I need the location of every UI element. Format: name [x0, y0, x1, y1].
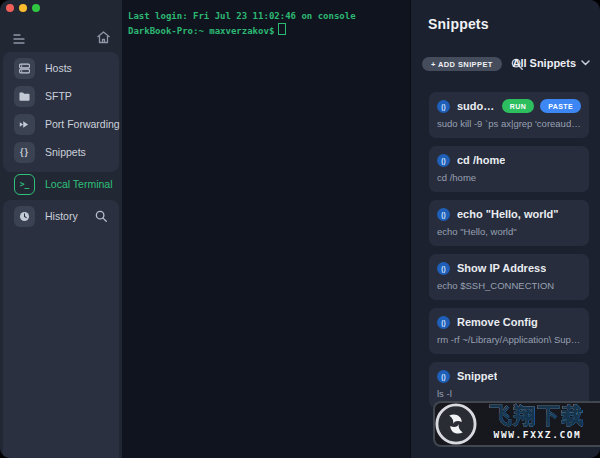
sidebar-item-sftp[interactable]: SFTP: [3, 82, 119, 110]
sidebar-group-history: History: [3, 200, 119, 458]
terminal-pane[interactable]: Last login: Fri Jul 23 11:02:46 on conso…: [122, 0, 410, 458]
snippets-filter-dropdown[interactable]: All Snippets: [512, 57, 590, 69]
close-button[interactable]: [6, 4, 14, 12]
snippet-card-header: ()Show IP Address: [437, 261, 581, 275]
snippet-command: ls -l: [437, 388, 581, 399]
window-controls: [6, 4, 40, 12]
sidebar-item-port-forwarding[interactable]: Port Forwarding: [3, 110, 119, 138]
snippet-icon: (): [437, 100, 450, 113]
snippet-command: echo $SSH_CONNECTION: [437, 280, 581, 291]
sidebar-selected-region: >_Local Terminal: [3, 170, 119, 198]
snippet-actions: RUNPASTE: [502, 99, 581, 113]
minimize-button[interactable]: [19, 4, 27, 12]
hosts-icon: [14, 58, 35, 79]
terminal-prompt-line: DarkBook-Pro:~ maxverzakov$: [128, 23, 410, 38]
sidebar-header: [0, 29, 122, 47]
sidebar-item-history[interactable]: History: [3, 202, 119, 230]
braces-icon: {}: [14, 142, 35, 163]
search-icon[interactable]: [94, 209, 108, 223]
home-icon[interactable]: [95, 29, 112, 46]
watermark-url: WWW.FXXZ.COM: [477, 429, 598, 441]
sidebar-item-label: Port Forwarding: [45, 118, 120, 130]
watermark: 飞翔下载 WWW.FXXZ.COM: [433, 401, 600, 447]
snippets-panel: Snippets + ADD SNIPPET All Snippets ()su…: [410, 0, 600, 458]
history-icon: [14, 206, 35, 227]
sidebar-item-label: Snippets: [45, 146, 86, 158]
snippet-card-header: ()cd /home: [437, 153, 581, 167]
terminal-cursor: [278, 23, 286, 35]
snippet-card[interactable]: ()cd /homecd /home: [429, 146, 589, 192]
panel-title: Snippets: [428, 16, 489, 32]
snippet-command: sudo kill -9 `ps ax|grep 'coreaudio[a-z.…: [437, 118, 581, 129]
snippet-card-header: ()Remove Config: [437, 315, 581, 329]
snippet-icon: (): [437, 370, 450, 383]
run-button[interactable]: RUN: [502, 99, 534, 113]
filter-label: All Snippets: [512, 57, 576, 69]
snippet-card-header: ()Snippet: [437, 369, 581, 383]
sidebar-item-hosts[interactable]: Hosts: [3, 54, 119, 82]
snippet-icon: (): [437, 154, 450, 167]
watermark-text: 飞翔下载 WWW.FXXZ.COM: [477, 403, 598, 441]
sidebar-item-label: SFTP: [45, 90, 72, 102]
snippets-toolbar: + ADD SNIPPET All Snippets: [422, 57, 592, 73]
snippet-title: Show IP Address: [457, 262, 546, 274]
menu-icon[interactable]: [11, 30, 27, 46]
zoom-button[interactable]: [32, 4, 40, 12]
snippet-icon: (): [437, 208, 450, 221]
snippet-card-header: ()echo "Hello, world": [437, 207, 581, 221]
sidebar-item-local-terminal[interactable]: >_Local Terminal: [3, 170, 119, 198]
terminal-prompt: DarkBook-Pro:~ maxverzakov$: [128, 26, 274, 36]
snippet-card[interactable]: ()Show IP Addressecho $SSH_CONNECTION: [429, 254, 589, 300]
terminal-icon: >_: [14, 174, 35, 195]
watermark-title: 飞翔下载: [477, 403, 598, 429]
snippet-command: cd /home: [437, 172, 581, 183]
snippet-card[interactable]: ()sudo kill ...RUNPASTEsudo kill -9 `ps …: [429, 92, 589, 138]
snippet-card[interactable]: ()echo "Hello, world"echo "Hello, world": [429, 200, 589, 246]
sidebar-item-label: Local Terminal: [45, 178, 113, 190]
sidebar-item-snippets[interactable]: {}Snippets: [3, 138, 119, 166]
snippet-command: rm -rf ~/Library/Application\ Suppor...: [437, 334, 581, 345]
add-snippet-button[interactable]: + ADD SNIPPET: [422, 57, 502, 71]
sidebar-item-label: History: [45, 210, 78, 222]
snippet-title: Remove Config: [457, 316, 538, 328]
port-forwarding-icon: [14, 114, 35, 135]
snippet-title: cd /home: [457, 154, 505, 166]
sidebar-item-label: Hosts: [45, 62, 72, 74]
paste-button[interactable]: PASTE: [540, 99, 581, 113]
sidebar-group-main: HostsSFTPPort Forwarding{}Snippets: [3, 52, 119, 172]
snippet-title: sudo kill ...: [457, 100, 495, 112]
terminal-line: Last login: Fri Jul 23 11:02:46 on conso…: [128, 9, 410, 23]
app-window: HostsSFTPPort Forwarding{}Snippets >_Loc…: [0, 0, 600, 458]
snippet-card-header: ()sudo kill ...RUNPASTE: [437, 99, 581, 113]
sidebar: HostsSFTPPort Forwarding{}Snippets >_Loc…: [0, 0, 122, 458]
snippet-list: ()sudo kill ...RUNPASTEsudo kill -9 `ps …: [429, 92, 589, 408]
fxxz-logo-icon: [435, 403, 477, 445]
chevron-down-icon: [581, 60, 590, 66]
folder-icon: [14, 86, 35, 107]
snippet-card[interactable]: ()Remove Configrm -rf ~/Library/Applicat…: [429, 308, 589, 354]
snippet-title: Snippet: [457, 370, 497, 382]
snippet-command: echo "Hello, world": [437, 226, 581, 237]
snippet-icon: (): [437, 262, 450, 275]
snippet-title: echo "Hello, world": [457, 208, 559, 220]
snippet-icon: (): [437, 316, 450, 329]
